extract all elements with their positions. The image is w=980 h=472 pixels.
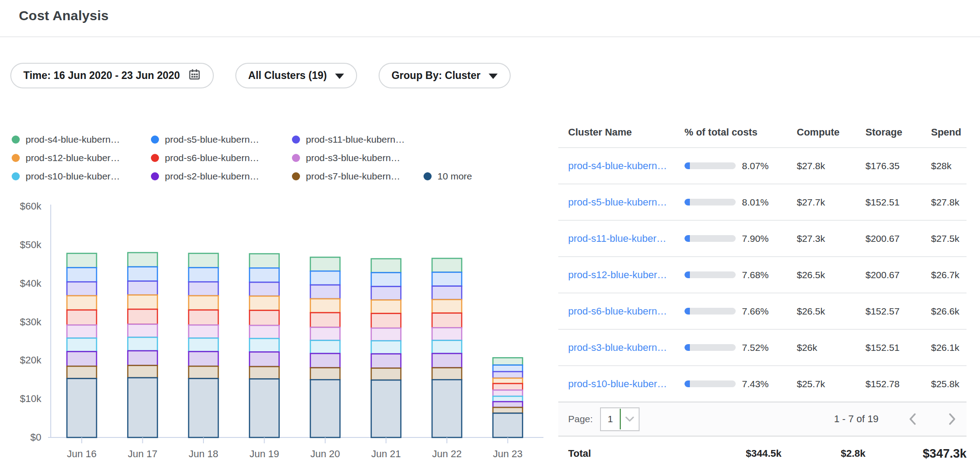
bar-segment[interactable]	[371, 300, 401, 314]
cluster-name-link[interactable]: prod-s11-blue-kuber…	[568, 233, 666, 244]
bar-segment[interactable]	[310, 368, 340, 380]
bar-segment[interactable]	[493, 384, 523, 390]
legend-item[interactable]: prod-s3-blue-kubern…	[292, 153, 424, 163]
bar-segment[interactable]	[250, 268, 279, 282]
cluster-name-link[interactable]: prod-s10-blue-kuber…	[568, 378, 667, 389]
bar-segment[interactable]	[189, 325, 218, 338]
bar-segment[interactable]	[371, 314, 401, 328]
cluster-name-link[interactable]: prod-s12-blue-kuber…	[568, 269, 667, 280]
cluster-name-link[interactable]: prod-s3-blue-kubern…	[568, 342, 667, 353]
next-page-button[interactable]	[947, 412, 958, 426]
bar-segment[interactable]	[189, 296, 218, 310]
bar-segment[interactable]	[493, 358, 523, 365]
bar-segment[interactable]	[310, 341, 340, 354]
bar-segment[interactable]	[310, 285, 340, 299]
bar-segment[interactable]	[432, 300, 462, 313]
bar-segment[interactable]	[189, 282, 218, 296]
bar-segment[interactable]	[432, 368, 462, 380]
bar-segment[interactable]	[128, 309, 158, 324]
legend-item[interactable]: prod-s7-blue-kubern…	[292, 171, 424, 182]
legend-item[interactable]: prod-s6-blue-kubern…	[151, 153, 292, 163]
bar-segment[interactable]	[250, 338, 279, 352]
bar-segment[interactable]	[432, 286, 462, 300]
bar-segment[interactable]	[250, 310, 279, 325]
bar-segment[interactable]	[128, 295, 158, 309]
bar-segment[interactable]	[128, 365, 158, 377]
bar-segment[interactable]	[371, 341, 401, 354]
bar-segment[interactable]	[432, 272, 462, 286]
legend-item[interactable]: prod-s12-blue-kuber…	[12, 153, 151, 163]
bar-segment[interactable]	[189, 352, 218, 367]
bar-segment[interactable]	[310, 299, 340, 313]
bar-segment[interactable]	[432, 380, 462, 437]
bar-segment[interactable]	[310, 257, 340, 271]
bar-segment[interactable]	[250, 282, 279, 296]
bar-segment[interactable]	[310, 328, 340, 341]
bar-segment[interactable]	[67, 325, 97, 338]
bar-segment[interactable]	[432, 313, 462, 328]
bar-segment[interactable]	[67, 296, 97, 310]
bar-segment[interactable]	[432, 354, 462, 368]
bar-segment[interactable]	[493, 396, 523, 402]
bar-segment[interactable]	[493, 365, 523, 372]
legend-item[interactable]: prod-s2-blue-kubern…	[151, 171, 292, 182]
bar-segment[interactable]	[250, 296, 279, 310]
bar-segment[interactable]	[189, 253, 218, 268]
page-select[interactable]: 1	[600, 407, 640, 431]
bar-segment[interactable]	[189, 379, 218, 437]
bar-segment[interactable]	[128, 337, 158, 351]
bar-segment[interactable]	[371, 328, 401, 341]
bar-segment[interactable]	[371, 259, 401, 273]
bar-segment[interactable]	[310, 313, 340, 328]
bar-segment[interactable]	[189, 267, 218, 282]
bar-segment[interactable]	[493, 413, 523, 437]
bar-segment[interactable]	[67, 352, 97, 367]
bar-segment[interactable]	[189, 366, 218, 378]
bar-segment[interactable]	[189, 338, 218, 352]
clusters-filter-dropdown[interactable]: All Clusters (19)	[235, 63, 357, 88]
bar-segment[interactable]	[432, 258, 462, 272]
bar-segment[interactable]	[67, 366, 97, 378]
time-range-filter-button[interactable]: Time: 16 Jun 2020 - 23 Jun 2020	[10, 63, 214, 88]
bar-segment[interactable]	[250, 352, 279, 367]
legend-item[interactable]: prod-s11-blue-kubern…	[292, 134, 424, 145]
bar-segment[interactable]	[493, 407, 523, 413]
bar-segment[interactable]	[310, 271, 340, 285]
bar-segment[interactable]	[493, 378, 523, 384]
bar-segment[interactable]	[371, 368, 401, 380]
legend-item[interactable]: prod-s10-blue-kuber…	[12, 171, 151, 182]
cluster-name-link[interactable]: prod-s5-blue-kubern…	[568, 197, 667, 208]
bar-segment[interactable]	[128, 253, 158, 267]
legend-item[interactable]: prod-s4-blue-kubern…	[12, 134, 151, 145]
bar-segment[interactable]	[371, 354, 401, 368]
bar-segment[interactable]	[67, 338, 97, 352]
cluster-name-link[interactable]: prod-s6-blue-kubern…	[568, 306, 667, 317]
bar-segment[interactable]	[310, 354, 340, 368]
previous-page-button[interactable]	[907, 412, 918, 426]
bar-segment[interactable]	[128, 267, 158, 281]
bar-segment[interactable]	[371, 380, 401, 437]
bar-segment[interactable]	[493, 371, 523, 378]
bar-segment[interactable]	[493, 390, 523, 396]
bar-segment[interactable]	[371, 287, 401, 300]
bar-segment[interactable]	[67, 282, 97, 296]
bar-segment[interactable]	[67, 310, 97, 325]
bar-segment[interactable]	[493, 402, 523, 407]
bar-segment[interactable]	[67, 253, 97, 268]
bar-segment[interactable]	[250, 379, 279, 437]
bar-segment[interactable]	[250, 254, 279, 268]
bar-segment[interactable]	[250, 325, 279, 338]
legend-item[interactable]: 10 more	[424, 171, 472, 182]
cluster-name-link[interactable]: prod-s4-blue-kubern…	[568, 160, 667, 171]
bar-segment[interactable]	[128, 281, 158, 295]
bar-segment[interactable]	[67, 379, 97, 437]
group-by-dropdown[interactable]: Group By: Cluster	[379, 63, 511, 88]
bar-segment[interactable]	[189, 310, 218, 325]
bar-segment[interactable]	[128, 378, 158, 437]
bar-segment[interactable]	[67, 267, 97, 282]
bar-segment[interactable]	[432, 328, 462, 340]
legend-item[interactable]: prod-s5-blue-kubern…	[151, 134, 292, 145]
bar-segment[interactable]	[371, 273, 401, 287]
bar-segment[interactable]	[128, 324, 158, 337]
bar-segment[interactable]	[310, 380, 340, 437]
